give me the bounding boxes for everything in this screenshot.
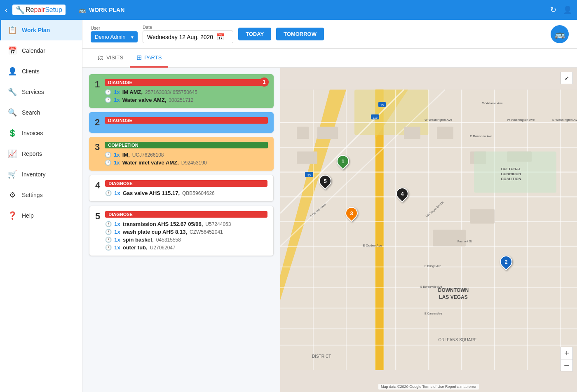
sidebar-label-work-plan: Work Plan [22,27,50,33]
svg-text:E Bonneville Ave: E Bonneville Ave [420,285,442,288]
map-fullscreen-button[interactable]: ⤢ [561,72,573,84]
card-number-1: 1 [95,79,100,90]
tomorrow-button[interactable]: TOMORROW [276,28,324,40]
card-1-body: DIAGNOSE 🕐 1x IM AMZ, 257163083/ 6557506… [105,79,268,103]
qty-3-2: 1x [114,160,120,166]
svg-text:W Washington Ave: W Washington Ave [507,118,535,122]
part-code-5-4: U27062047 [150,245,176,251]
sidebar-label-inventory: Inventory [22,171,46,178]
work-card-2[interactable]: 2 DIAGNOSE [89,112,274,133]
sidebar-item-services[interactable]: 🔧 Services [0,82,82,102]
part-name-5-3: spin basket, [123,237,154,243]
calendar-picker-icon[interactable]: 📅 [216,33,225,41]
top-navigation: ‹ 🔧 RepairSetup 🚌 WORK PLAN ↻ 👤 [0,0,577,20]
sidebar-item-search[interactable]: 🔍 Search [0,102,82,123]
zoom-in-button[interactable]: + [561,347,573,359]
user-account-icon[interactable]: 👤 [563,5,572,14]
today-button[interactable]: TODAY [238,28,271,40]
work-card-3[interactable]: 3 COMPLETION 🕐 1x IM, UCJ76266108 🕐 1x [89,137,274,171]
user-field-label: User [91,26,138,31]
sidebar-label-help: Help [22,212,34,219]
sidebar-label-search: Search [22,109,40,116]
svg-text:DOWNTOWN: DOWNTOWN [438,287,469,293]
qty-5-2: 1x [114,229,120,235]
van-button[interactable]: 🚌 [551,25,569,43]
svg-text:95: 95 [307,174,311,177]
svg-rect-34 [433,230,466,246]
part-name-4-1: Gas valve AHS 115.17, [123,190,180,196]
logo-setup: Setup [45,6,62,14]
refresh-icon[interactable]: ↻ [550,5,556,14]
sidebar-item-clients[interactable]: 👤 Clients [0,61,82,82]
tab-visits[interactable]: 🗂 VISITS [91,49,130,68]
tab-visits-label: VISITS [106,54,123,61]
tab-parts[interactable]: ⊞ PARTS [130,49,168,68]
marker-label-4: 4 [401,191,403,197]
sidebar-item-reports[interactable]: 📈 Reports [0,143,82,164]
sidebar-item-calendar[interactable]: 📅 Calendar [0,40,82,61]
part-name-1-1: IM AMZ, [122,89,143,95]
notification-badge-1: 1 [260,77,269,87]
sidebar-item-work-plan[interactable]: 📋 Work Plan [0,20,82,40]
svg-text:E Carson Ave: E Carson Ave [425,312,442,315]
svg-text:E Bonanza Ave: E Bonanza Ave [470,134,493,138]
sidebar-item-invoices[interactable]: 💲 Invoices [0,123,82,143]
svg-text:W Adams Ave: W Adams Ave [482,101,503,105]
map-marker-3[interactable]: 3 [345,207,358,219]
diagnose-badge-4: DIAGNOSE [105,180,267,187]
card-number-4: 4 [95,180,100,191]
qty-5-1: 1x [114,221,120,227]
clock-icon-4-1: 🕐 [105,190,112,196]
tab-parts-label: PARTS [144,54,162,61]
date-field[interactable]: Wednesday 12 Aug, 2020 📅 [143,31,233,43]
date-value: Wednesday 12 Aug, 2020 [147,34,213,40]
sidebar-item-inventory[interactable]: 🛒 Inventory [0,164,82,185]
sidebar-label-reports: Reports [22,150,42,157]
svg-text:515: 515 [373,116,378,119]
part-name-1-2: Water valve AMZ, [122,97,167,103]
clock-icon-3-1: 🕐 [105,152,111,158]
content-area: User Demo Admin ▼ Date Wednesday 12 Aug,… [82,20,577,392]
map-zoom-controls: + − [561,347,573,371]
user-select-wrapper: Demo Admin ▼ [91,31,138,42]
zoom-out-button[interactable]: − [561,359,573,371]
back-icon[interactable]: ‹ [5,6,7,14]
invoices-icon: 💲 [8,129,17,138]
parts-tab-icon: ⊞ [136,54,142,61]
logo: 🔧 RepairSetup [12,5,66,15]
part-code-1-1: 257163083/ 655750645 [145,89,197,95]
svg-text:CORRIDOR: CORRIDOR [501,172,521,176]
diagnose-badge-5: DIAGNOSE [105,211,267,218]
work-card-1[interactable]: 1 DIAGNOSE 🕐 1x IM AMZ, 257163083/ 65575… [89,74,274,108]
card-5-body: DIAGNOSE 🕐 1x transmission AHS 152.67 05… [105,211,267,251]
sidebar-item-settings[interactable]: ⚙ Settings [0,185,82,205]
page-title: 🚌 WORK PLAN [79,7,124,13]
date-selector-group: Date Wednesday 12 Aug, 2020 📅 [143,25,233,43]
work-card-4[interactable]: 4 DIAGNOSE 🕐 1x Gas valve AHS 115.17, QB… [89,175,274,202]
map-marker-5[interactable]: 5 [319,175,331,187]
part-code-5-2: CZW56452041 [190,229,223,235]
main-body: 1 DIAGNOSE 🕐 1x IM AMZ, 257163083/ 65575… [82,68,577,392]
bus-icon: 🚌 [79,7,86,13]
card-number-2: 2 [95,117,100,128]
svg-rect-35 [470,209,495,224]
part-row-5-4: 🕐 1x outer tub, U27062047 [105,244,267,251]
card-2-body: DIAGNOSE [105,117,268,125]
sidebar-item-help[interactable]: ❓ Help [0,205,82,226]
svg-text:W Washington Ave: W Washington Ave [425,118,453,122]
card-number-5: 5 [95,211,100,222]
map-marker-4[interactable]: 4 [396,188,408,200]
map-marker-2[interactable]: 2 [500,256,512,268]
map-container[interactable]: 15 515 95 CULTURAL CORRIDOR COALITION DO… [280,68,577,392]
svg-rect-27 [297,127,309,139]
work-card-5[interactable]: 5 DIAGNOSE 🕐 1x transmission AHS 152.67 … [89,206,274,256]
map-marker-1[interactable]: 1 [337,155,349,167]
part-row-5-1: 🕐 1x transmission AHS 152.67 05/06, U572… [105,221,267,227]
date-field-label: Date [143,25,233,30]
user-select[interactable]: Demo Admin [91,31,138,42]
part-row-5-3: 🕐 1x spin basket, 045315558 [105,237,267,243]
part-row-3-2: 🕐 1x Water inlet valve AMZ, D92453190 [105,160,268,166]
nav-left: ‹ 🔧 RepairSetup 🚌 WORK PLAN [5,5,124,15]
svg-text:LAS VEGAS: LAS VEGAS [439,294,467,300]
svg-text:CULTURAL: CULTURAL [501,167,521,171]
